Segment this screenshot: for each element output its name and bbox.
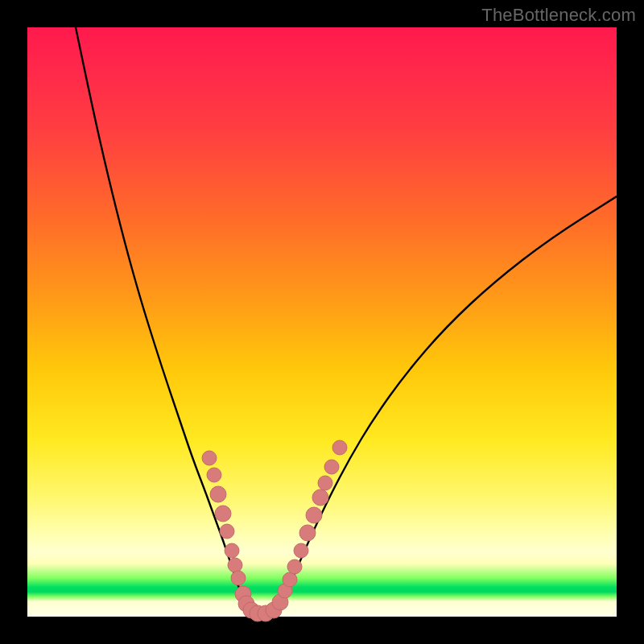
- scatter-dot: [210, 486, 226, 502]
- scatter-dot: [287, 559, 302, 574]
- scatter-dot: [215, 506, 231, 522]
- scatter-dot: [299, 525, 316, 541]
- scatter-dot: [312, 489, 328, 506]
- scatter-dot: [306, 507, 322, 523]
- scatter-dot: [225, 543, 239, 558]
- scatter-dot: [202, 451, 217, 465]
- scatter-dot: [207, 468, 221, 482]
- scatter-dot: [324, 460, 339, 474]
- scatter-dot: [231, 571, 246, 585]
- watermark-text: TheBottleneck.com: [481, 5, 636, 26]
- scatter-dot: [318, 476, 332, 490]
- scatter-dots: [202, 440, 347, 621]
- scatter-dot: [294, 543, 308, 558]
- scatter-dot: [228, 558, 242, 572]
- scatter-dot: [283, 572, 297, 587]
- scatter-dot: [220, 524, 234, 539]
- outer-frame: TheBottleneck.com: [0, 0, 644, 644]
- plot-area: [27, 27, 617, 617]
- curve-path: [76, 27, 617, 615]
- chart-svg: [27, 27, 617, 617]
- scatter-dot: [332, 440, 347, 455]
